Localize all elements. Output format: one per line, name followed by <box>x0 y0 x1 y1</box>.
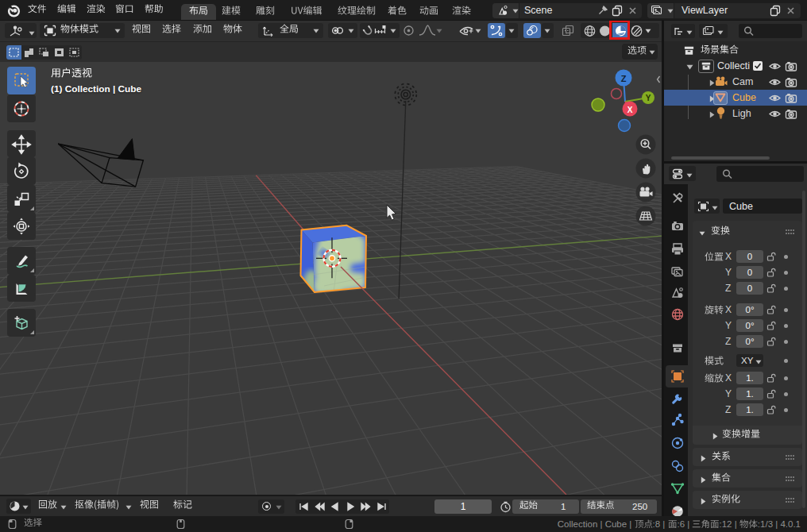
svg-text:Y: Y <box>646 94 651 102</box>
svg-text:X: X <box>627 106 633 114</box>
svg-text:Z: Z <box>621 74 627 83</box>
